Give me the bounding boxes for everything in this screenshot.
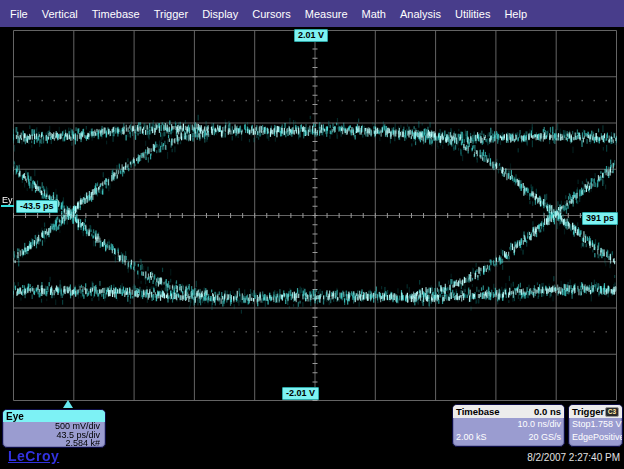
eye-trace-panel[interactable]: Eye 500 mV/div 43.5 ps/div 2.584 k#	[2, 409, 106, 448]
timebase-sample-rate: 20 GS/s	[528, 431, 561, 444]
timebase-samples: 2.00 kS	[456, 431, 487, 444]
timebase-scale: 10.0 ns/div	[517, 418, 561, 431]
menu-bar: File Vertical Timebase Trigger Display C…	[0, 0, 624, 27]
timebase-panel-header: Timebase 0.0 ns	[453, 405, 564, 418]
trigger-title: Trigger	[572, 406, 604, 417]
trigger-row-type: Edge Positive	[569, 431, 622, 444]
trigger-position-marker-icon[interactable]	[63, 400, 73, 408]
menu-item-trigger[interactable]: Trigger	[154, 8, 188, 20]
timestamp: 8/2/2007 2:27:40 PM	[527, 452, 620, 463]
axis-label-right-time: 391 ps	[582, 212, 618, 225]
menu-item-help[interactable]: Help	[504, 8, 527, 20]
timebase-panel[interactable]: Timebase 0.0 ns 10.0 ns/div 2.00 kS 20 G…	[452, 404, 565, 447]
menu-item-utilities[interactable]: Utilities	[455, 8, 490, 20]
menu-item-file[interactable]: File	[10, 8, 28, 20]
menu-item-math[interactable]: Math	[362, 8, 386, 20]
menu-item-analysis[interactable]: Analysis	[400, 8, 441, 20]
axis-label-bottom-voltage: -2.01 V	[282, 387, 319, 400]
timebase-delay: 0.0 ns	[534, 406, 561, 417]
trigger-type: Edge	[572, 431, 593, 444]
waveform-display[interactable]	[0, 28, 624, 402]
timebase-row-sampling: 2.00 kS 20 GS/s	[453, 431, 564, 444]
trace-tag-eye: Ey	[1, 195, 14, 207]
trigger-level: 1.758 V	[591, 418, 622, 431]
trigger-source-icon: C3	[605, 407, 619, 417]
trigger-row-mode: Stop 1.758 V	[569, 418, 622, 431]
menu-item-cursors[interactable]: Cursors	[252, 8, 291, 20]
eye-panel-title: Eye	[6, 411, 24, 422]
menu-item-display[interactable]: Display	[202, 8, 238, 20]
trigger-mode: Stop	[572, 418, 591, 431]
lecroy-logo: LeCroy	[8, 448, 59, 464]
axis-label-left-time: -43.5 ps	[16, 200, 58, 213]
trigger-panel-header: Trigger C3	[569, 405, 622, 418]
menu-item-vertical[interactable]: Vertical	[42, 8, 78, 20]
menu-item-measure[interactable]: Measure	[305, 8, 348, 20]
eye-sweep-count: 2.584 k#	[3, 439, 105, 448]
timebase-title: Timebase	[456, 406, 500, 417]
axis-label-top-voltage: 2.01 V	[294, 29, 328, 42]
trigger-panel[interactable]: Trigger C3 Stop 1.758 V Edge Positive	[568, 404, 623, 447]
trigger-slope: Positive	[593, 431, 623, 444]
timebase-row-scale: 10.0 ns/div	[453, 418, 564, 431]
menu-item-timebase[interactable]: Timebase	[92, 8, 140, 20]
